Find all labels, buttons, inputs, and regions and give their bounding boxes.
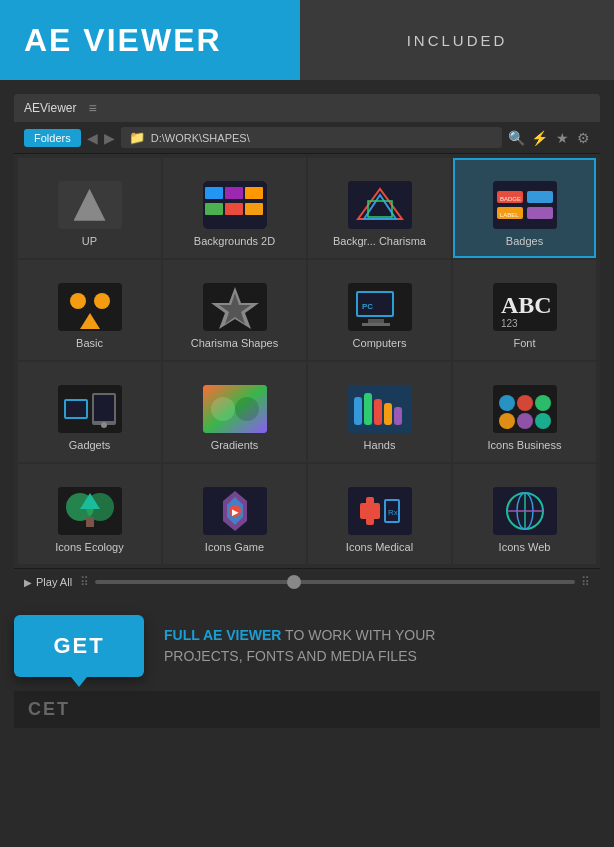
svg-rect-29 <box>362 323 390 326</box>
svg-point-50 <box>499 395 515 411</box>
svg-text:BADGE: BADGE <box>500 196 521 202</box>
thumb-svg-iconsbiz <box>493 385 557 433</box>
grid-item-gradients[interactable]: Gradients <box>163 362 306 462</box>
grid-item-label-gadgets: Gadgets <box>69 439 111 452</box>
bottom-section: GET FULL AE VIEWER TO WORK WITH YOUR PRO… <box>14 615 600 677</box>
bottom-highlight: FULL AE VIEWER <box>164 627 281 643</box>
svg-rect-28 <box>368 319 384 323</box>
settings-icon[interactable]: ⚙ <box>577 130 590 146</box>
get-button[interactable]: GET <box>14 615 144 677</box>
grid-item-computers[interactable]: PC Computers <box>308 260 451 360</box>
toolbar-app-label: AEViewer <box>24 101 76 115</box>
toolbar: AEViewer ≡ <box>14 94 600 122</box>
svg-point-19 <box>70 293 86 309</box>
grid-item-basic[interactable]: Basic <box>18 260 161 360</box>
svg-rect-1 <box>205 187 223 199</box>
svg-rect-2 <box>225 187 243 199</box>
thumb-iconsgame: ▶ <box>203 487 267 535</box>
play-triangle-icon: ▶ <box>24 577 32 588</box>
folder-icon: 📁 <box>129 130 145 145</box>
grid-item-gadgets[interactable]: Gadgets <box>18 362 161 462</box>
grid-item-bgcharisma[interactable]: Backgr... Charisma <box>308 158 451 258</box>
grid-item-iconsweb[interactable]: Icons Web <box>453 464 596 564</box>
thumb-svg-charismashapes <box>203 283 267 331</box>
toolbar-menu-icon[interactable]: ≡ <box>88 100 96 116</box>
grid-item-up[interactable]: UP <box>18 158 161 258</box>
thumb-iconsecology <box>58 487 122 535</box>
star-icon[interactable]: ★ <box>556 130 569 146</box>
svg-point-52 <box>535 395 551 411</box>
grid-item-hands[interactable]: Hands <box>308 362 451 462</box>
thumb-svg-bg2d <box>203 181 267 229</box>
svg-text:ABC: ABC <box>501 292 552 318</box>
view-slider-track[interactable] <box>95 580 575 584</box>
grid-item-backgrounds2d[interactable]: Backgrounds 2D <box>163 158 306 258</box>
thumb-svg-gradients <box>203 385 267 433</box>
nav-forward-arrow[interactable]: ▶ <box>104 130 115 146</box>
cet-label: CET <box>28 699 70 720</box>
thumb-basic <box>58 283 122 331</box>
grid-item-charismashapes[interactable]: Charisma Shapes <box>163 260 306 360</box>
grid-item-label-iconsmedical: Icons Medical <box>346 541 413 554</box>
cet-bar: CET <box>14 691 600 728</box>
grid-item-label-basic: Basic <box>76 337 103 350</box>
grid-item-label-bgcharisma: Backgr... Charisma <box>333 235 426 248</box>
grid-item-label-computers: Computers <box>353 337 407 350</box>
view-slider-container: ⠿ ⠿ <box>80 575 590 589</box>
grid-item-iconsmedical[interactable]: Rx Icons Medical <box>308 464 451 564</box>
svg-point-39 <box>101 422 107 428</box>
svg-rect-45 <box>364 393 372 425</box>
svg-rect-15 <box>527 207 553 219</box>
thumb-svg-hands <box>348 385 412 433</box>
grid-item-badges[interactable]: BADGE LABEL Badges <box>453 158 596 258</box>
nav-bar: Folders ◀ ▶ 📁 D:\WORK\SHAPES\ 🔍 ⚡ ★ ⚙ <box>14 122 600 154</box>
thumb-backgrounds2d <box>203 181 267 229</box>
grid-item-iconsecology[interactable]: Icons Ecology <box>18 464 161 564</box>
svg-rect-38 <box>94 395 114 421</box>
svg-rect-48 <box>394 407 402 425</box>
svg-rect-6 <box>245 203 263 215</box>
grid-large-icon: ⠿ <box>581 575 590 589</box>
svg-text:LABEL: LABEL <box>500 212 519 218</box>
thumb-bgcharisma <box>348 181 412 229</box>
grid-item-iconsbusiness[interactable]: Icons Business <box>453 362 596 462</box>
thumb-svg-iconeco <box>58 487 122 535</box>
thumb-svg-badges: BADGE LABEL <box>493 181 557 229</box>
thumb-iconsweb <box>493 487 557 535</box>
grid-item-iconsgame[interactable]: ▶ Icons Game <box>163 464 306 564</box>
svg-point-54 <box>517 413 533 429</box>
folders-button[interactable]: Folders <box>24 129 81 147</box>
svg-rect-36 <box>66 401 86 417</box>
play-all-button[interactable]: ▶ Play All <box>24 576 72 588</box>
svg-point-55 <box>535 413 551 429</box>
svg-rect-5 <box>225 203 243 215</box>
thumb-font: ABC 123 <box>493 283 557 331</box>
grid-item-font[interactable]: ABC 123 Font <box>453 260 596 360</box>
view-slider-thumb[interactable] <box>287 575 301 589</box>
search-icon[interactable]: 🔍 <box>508 130 525 146</box>
thumb-up <box>58 181 122 229</box>
thumb-svg-bgcharisma <box>348 181 412 229</box>
grid-item-label-hands: Hands <box>364 439 396 452</box>
header: AE VIEWER INCLUDED <box>0 0 614 80</box>
thumb-gadgets <box>58 385 122 433</box>
svg-text:123: 123 <box>501 318 518 329</box>
grid-item-label-font: Font <box>513 337 535 350</box>
thumb-iconsbusiness <box>493 385 557 433</box>
header-left: AE VIEWER <box>0 0 300 80</box>
nav-back-arrow[interactable]: ◀ <box>87 130 98 146</box>
svg-rect-3 <box>245 187 263 199</box>
svg-point-53 <box>499 413 515 429</box>
thumb-svg-iconsweb <box>493 487 557 535</box>
svg-point-42 <box>235 397 259 421</box>
lightning-icon[interactable]: ⚡ <box>531 130 548 146</box>
svg-text:Rx: Rx <box>388 508 398 517</box>
svg-rect-46 <box>374 399 382 425</box>
thumb-svg-gadgets <box>58 385 122 433</box>
grid-item-label-up: UP <box>82 235 97 248</box>
thumb-gradients <box>203 385 267 433</box>
svg-point-51 <box>517 395 533 411</box>
grid-small-icon: ⠿ <box>80 575 89 589</box>
thumb-svg-computers: PC <box>348 283 412 331</box>
svg-point-20 <box>94 293 110 309</box>
